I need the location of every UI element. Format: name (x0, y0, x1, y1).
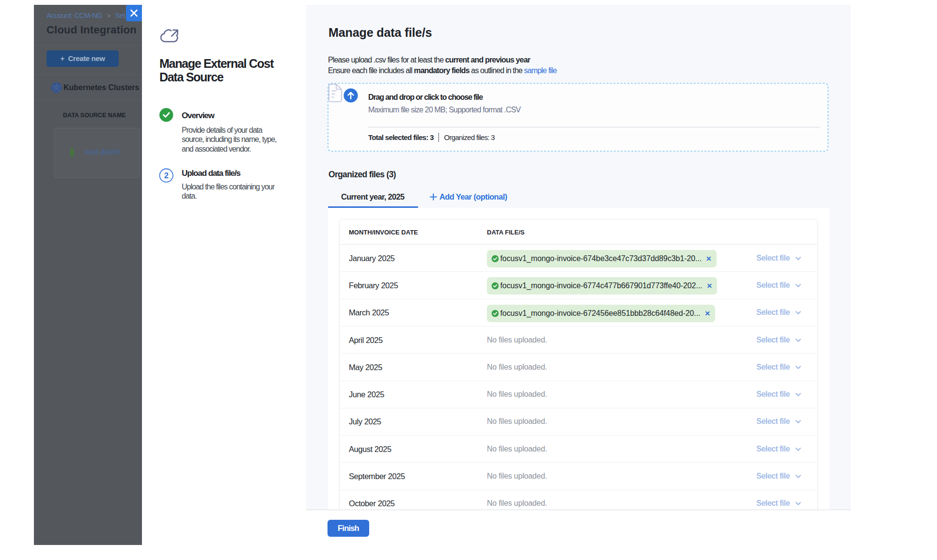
svg-text:2: 2 (164, 171, 169, 180)
